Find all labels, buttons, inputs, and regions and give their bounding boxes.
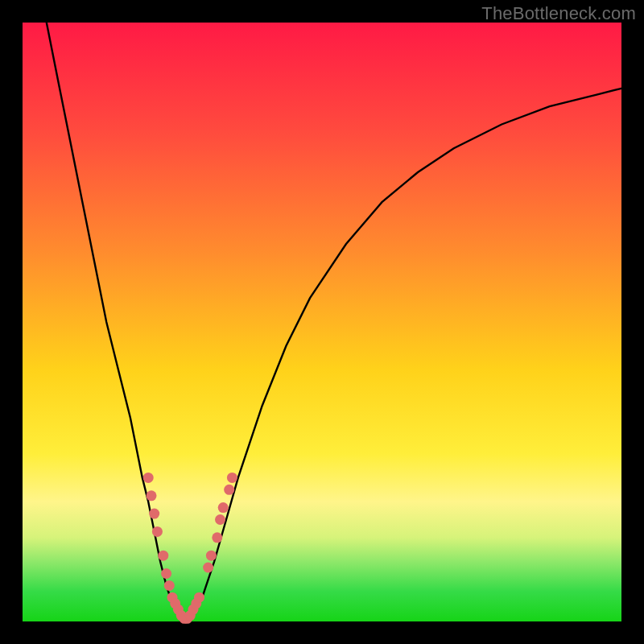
chart-frame: TheBottleneck.com [0, 0, 644, 644]
chart-plot-area [23, 23, 621, 621]
curve-marker [152, 526, 163, 537]
curve-marker [218, 502, 229, 513]
curve-marker [227, 473, 237, 483]
curve-marker [224, 485, 234, 495]
curve-marker [158, 551, 168, 561]
chart-svg [23, 23, 621, 621]
curve-marker [143, 473, 154, 483]
curve-marker [203, 563, 213, 573]
curve-marker [194, 592, 204, 603]
curve-marker [212, 532, 222, 543]
curve-marker [147, 490, 157, 501]
watermark-text: TheBottleneck.com [481, 3, 636, 24]
curve-marker [149, 509, 159, 519]
curve-marker [215, 514, 225, 525]
curve-marker [161, 568, 171, 579]
bottleneck-curve [47, 23, 621, 621]
curve-marker [164, 580, 175, 591]
curve-marker [206, 551, 217, 561]
